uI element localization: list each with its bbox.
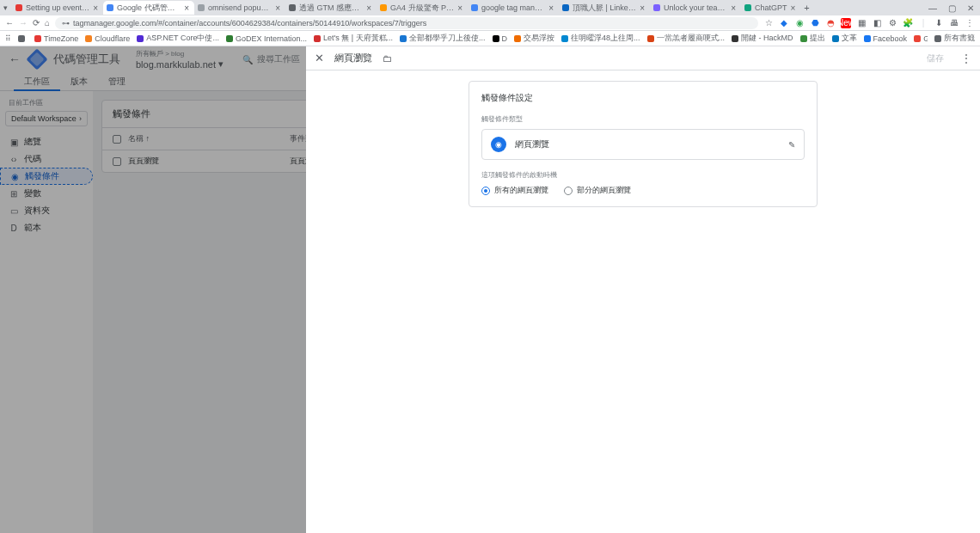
radio-all-pageviews[interactable]: 所有的網頁瀏覽 <box>481 185 548 196</box>
bookmark-item[interactable]: Gmail <box>914 33 928 44</box>
favicon <box>15 4 22 11</box>
ext-icon-5[interactable]: ▦ <box>856 18 867 28</box>
all-bookmarks[interactable]: 所有書籤 <box>934 33 975 44</box>
tab-label: 頂職人脈 | LinkedIn <box>573 3 636 14</box>
tab-close-icon[interactable]: × <box>184 3 189 13</box>
window-maximize[interactable]: ▢ <box>942 3 961 13</box>
menu-icon[interactable]: ⋮ <box>965 18 975 28</box>
tab-close-icon[interactable]: × <box>731 3 736 13</box>
tab-close-icon[interactable]: × <box>366 3 371 13</box>
site-info-icon[interactable]: ⊶ <box>62 17 70 29</box>
new-tab-button[interactable]: + <box>800 3 812 13</box>
tab-dropdown[interactable]: ▾ <box>3 3 12 12</box>
separator: | <box>918 18 928 28</box>
ext-icon-2[interactable]: ◉ <box>794 18 805 28</box>
ext-icon-1[interactable]: ◆ <box>779 18 789 28</box>
browser-tab[interactable]: omnisend popup.pdf× <box>194 1 285 15</box>
bookmark-label: TimeZone <box>44 34 78 43</box>
more-icon[interactable]: ⋮ <box>961 52 971 64</box>
tab-close-icon[interactable]: × <box>457 3 462 13</box>
ext-icon-3[interactable]: ⬣ <box>810 18 820 28</box>
extensions-icon[interactable]: 🧩 <box>903 18 913 28</box>
bookmark-item[interactable]: TimeZone <box>34 33 78 44</box>
window-minimize[interactable]: — <box>923 3 942 13</box>
trigger-config-card[interactable]: 觸發條件設定 觸發條件類型 ◉ 網頁瀏覽 ✎ 這項觸發條件的啟動時機 所有的網頁… <box>469 81 818 207</box>
folder-icon[interactable]: 🗀 <box>383 53 392 64</box>
bookmark-item[interactable]: D <box>493 33 508 44</box>
tab-close-icon[interactable]: × <box>93 3 98 13</box>
panel-header: ✕ 網頁瀏覽 🗀 儲存 ⋮ <box>306 46 980 70</box>
bookmark-item[interactable]: Let's 無 | 天府黃糕... <box>314 33 393 44</box>
tab-label: google tag manager push ev <box>481 3 545 12</box>
ext-icon-yt[interactable]: New <box>841 18 851 28</box>
radio-some-pageviews[interactable]: 部分的網頁瀏覽 <box>564 185 631 196</box>
edit-icon[interactable]: ✎ <box>788 140 795 150</box>
tab-close-icon[interactable]: × <box>640 3 645 13</box>
browser-tab[interactable]: google tag manager push ev× <box>468 1 559 15</box>
pageview-icon: ◉ <box>491 137 506 152</box>
bookmark-label: 開鍵 - HackMD <box>741 33 793 44</box>
bookmark-item[interactable] <box>18 33 28 44</box>
nav-back[interactable]: ← <box>5 18 14 28</box>
bookmark-label: 提出 <box>810 33 825 44</box>
nav-forward[interactable]: → <box>19 18 28 28</box>
bookmark-label: GoDEX Internation... <box>236 34 307 43</box>
bookmark-item[interactable]: Cloudflare <box>85 33 130 44</box>
ext-icon-6[interactable]: ◧ <box>872 18 882 28</box>
favicon <box>107 4 113 11</box>
panel-title[interactable]: 網頁瀏覽 <box>334 52 372 64</box>
bookmark-label: 全部都學乎刀上後使... <box>409 33 486 44</box>
bookmark-favicon <box>18 35 25 42</box>
tab-close-icon[interactable]: × <box>275 3 280 13</box>
browser-tab[interactable]: Unlock your team's best work× <box>650 1 741 15</box>
fire-condition-label: 這項觸發條件的啟動時機 <box>481 170 805 180</box>
downloads-icon[interactable]: ⬇ <box>934 18 944 28</box>
bookmark-item[interactable]: Facebook <box>864 33 908 44</box>
bookmark-label: D <box>502 34 508 43</box>
ext-icon-7[interactable]: ⚙ <box>887 18 897 28</box>
trigger-type-label: 觸發條件類型 <box>481 114 805 124</box>
tab-close-icon[interactable]: × <box>548 3 554 13</box>
browser-tab[interactable]: Google 代碼管理工具× <box>103 1 194 15</box>
bookmark-item[interactable]: 提出 <box>800 33 825 44</box>
close-icon[interactable]: ✕ <box>315 52 324 64</box>
bookmark-item[interactable]: ASP.NET Core中使... <box>137 33 219 44</box>
bookmark-item[interactable]: GoDEX Internation... <box>226 33 307 44</box>
tab-label: ChatGPT <box>755 3 787 12</box>
favicon <box>380 4 387 11</box>
bookmark-label: 交易浮按 <box>524 33 554 44</box>
tab-close-icon[interactable]: × <box>791 3 796 13</box>
browser-tab[interactable]: GA4 升級驚奇 Part's 2 - 事件的× <box>377 1 468 15</box>
ext-icon-4[interactable]: ◓ <box>825 18 836 28</box>
bookmark-item[interactable]: 文革 <box>832 33 857 44</box>
url-field[interactable]: ⊶ tagmanager.google.com/#/container/acco… <box>55 17 758 29</box>
bookmark-item[interactable]: 開鍵 - HackMD <box>732 33 793 44</box>
apps-icon[interactable]: ⠿ <box>5 34 11 43</box>
nav-home[interactable]: ⌂ <box>45 18 50 28</box>
bookmark-item[interactable]: 往明曜浮48上往周... <box>561 33 640 44</box>
overlay-dim[interactable] <box>0 46 306 533</box>
browser-tab[interactable]: 透過 GTM 感應商會行為整做主× <box>285 1 377 15</box>
window-close[interactable]: ✕ <box>961 3 980 13</box>
star-icon[interactable]: ☆ <box>763 18 774 28</box>
nav-reload[interactable]: ⟳ <box>33 18 40 28</box>
tab-label: omnisend popup.pdf <box>208 3 272 12</box>
bookmark-favicon <box>561 35 568 42</box>
bookmark-label: 一當羔者履商哽式... <box>657 33 726 44</box>
tab-label: Setting up events and report <box>26 3 89 12</box>
bookmark-favicon <box>400 35 407 42</box>
favicon <box>289 4 296 11</box>
browser-tab[interactable]: Setting up events and report× <box>12 1 103 15</box>
print-icon[interactable]: 🖶 <box>949 18 959 28</box>
trigger-type-row[interactable]: ◉ 網頁瀏覽 ✎ <box>481 129 805 160</box>
browser-tab[interactable]: 頂職人脈 | LinkedIn× <box>559 1 650 15</box>
bookmark-item[interactable]: 一當羔者履商哽式... <box>647 33 726 44</box>
browser-tab[interactable]: ChatGPT× <box>741 1 800 15</box>
bookmark-item[interactable]: 全部都學乎刀上後使... <box>400 33 486 44</box>
bookmark-favicon <box>314 35 321 42</box>
bookmark-item[interactable]: 交易浮按 <box>514 33 554 44</box>
save-button[interactable]: 儲存 <box>920 50 951 67</box>
address-bar: ← → ⟳ ⌂ ⊶ tagmanager.google.com/#/contai… <box>0 15 980 31</box>
bookmark-label: ASP.NET Core中使... <box>146 33 219 44</box>
tab-label: Google 代碼管理工具 <box>117 3 181 14</box>
